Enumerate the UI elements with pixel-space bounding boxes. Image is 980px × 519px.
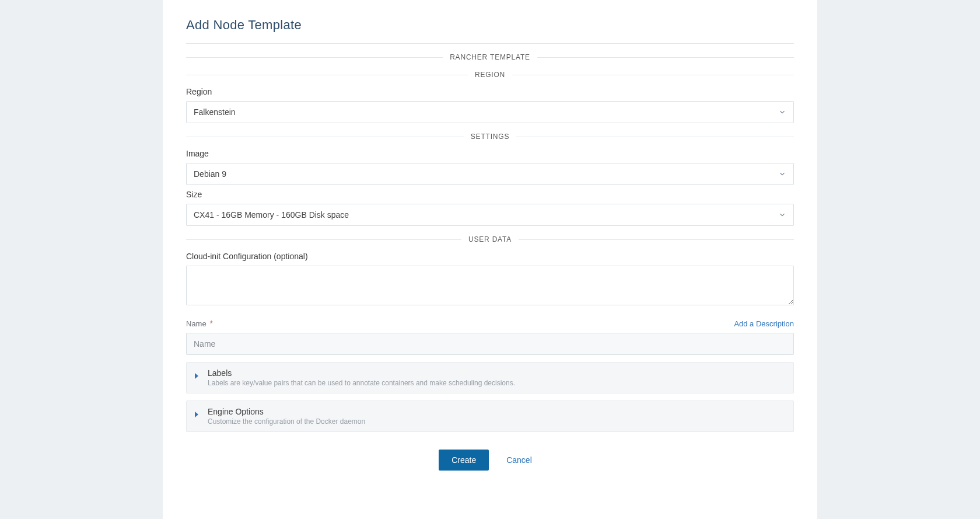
modal-add-node-template: Add Node Template RANCHER TEMPLATE REGIO… — [163, 0, 817, 519]
image-select[interactable]: Debian 9 — [186, 163, 794, 185]
cancel-button[interactable]: Cancel — [497, 450, 541, 471]
image-select-value: Debian 9 — [194, 169, 226, 179]
region-label: Region — [186, 87, 794, 96]
required-marker: * — [210, 319, 213, 328]
engine-options-expander[interactable]: Engine Options Customize the configurati… — [186, 400, 794, 432]
section-label-region: REGION — [468, 71, 512, 79]
title-divider — [186, 43, 794, 44]
labels-description: Labels are key/value pairs that can be u… — [208, 379, 785, 387]
section-label-user-data: USER DATA — [461, 235, 519, 243]
engine-options-title: Engine Options — [208, 407, 785, 416]
section-label-rancher: RANCHER TEMPLATE — [443, 53, 537, 61]
add-description-link[interactable]: Add a Description — [734, 319, 794, 328]
footer-actions: Create Cancel — [186, 450, 794, 471]
cloud-init-label: Cloud-init Configuration (optional) — [186, 252, 794, 261]
size-select[interactable]: CX41 - 16GB Memory - 160GB Disk space — [186, 204, 794, 226]
section-settings: SETTINGS — [186, 133, 794, 141]
region-select[interactable]: Falkenstein — [186, 101, 794, 123]
labels-title: Labels — [208, 368, 785, 378]
create-button[interactable]: Create — [439, 450, 489, 471]
cloud-init-textarea[interactable] — [186, 266, 794, 305]
region-select-value: Falkenstein — [194, 107, 236, 117]
image-label: Image — [186, 149, 794, 158]
size-label: Size — [186, 190, 794, 199]
section-rancher-template: RANCHER TEMPLATE — [186, 53, 794, 61]
section-label-settings: SETTINGS — [464, 133, 516, 141]
modal-title: Add Node Template — [186, 18, 794, 33]
chevron-down-icon — [778, 211, 786, 219]
chevron-down-icon — [778, 170, 786, 178]
labels-expander[interactable]: Labels Labels are key/value pairs that c… — [186, 362, 794, 393]
engine-options-description: Customize the configuration of the Docke… — [208, 417, 785, 426]
name-input[interactable] — [186, 333, 794, 355]
section-user-data: USER DATA — [186, 235, 794, 243]
name-row: Name * Add a Description — [186, 319, 794, 328]
chevron-down-icon — [778, 108, 786, 116]
name-label: Name — [186, 319, 206, 328]
caret-right-icon — [195, 373, 198, 379]
caret-right-icon — [195, 412, 198, 417]
size-select-value: CX41 - 16GB Memory - 160GB Disk space — [194, 210, 349, 220]
section-region: REGION — [186, 71, 794, 79]
